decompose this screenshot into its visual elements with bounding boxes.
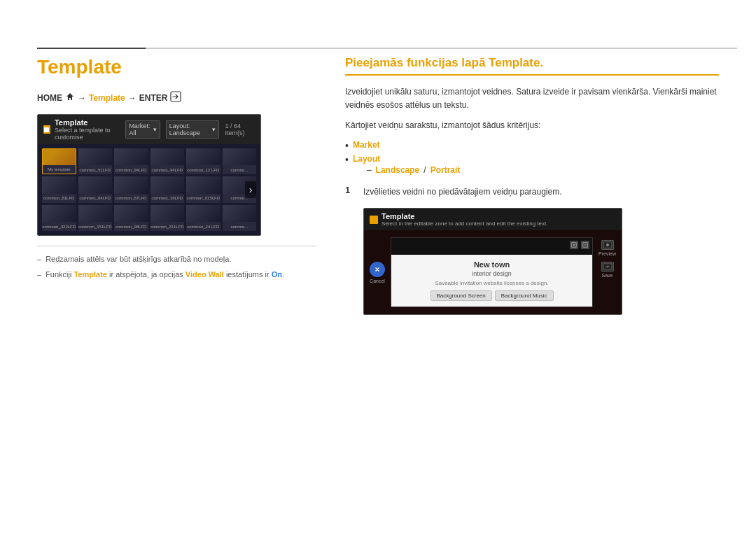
template-ui-subtitle: Select a template to customise (55, 127, 125, 141)
template-large-title-text: Template (382, 212, 548, 220)
background-music-button[interactable]: Background Music (495, 290, 554, 301)
grid-item-13[interactable]: common_151LFD (78, 205, 113, 231)
template-ui-title-area: Template Select a template to customise (43, 118, 125, 141)
grid-preview-14 (114, 205, 148, 222)
step-1: 1 Izvēlieties veidni no piedāvātajiem ve… (345, 185, 719, 198)
grid-label-1: common_51LFD (80, 168, 111, 173)
note-text-final: . (282, 270, 284, 279)
template-ui-controls: Market: All ▾ Layout: Landscape ▾ 1 / 64… (125, 120, 255, 139)
grid-label-7: common_84LFD (80, 196, 111, 201)
preview-icon-2 (581, 241, 589, 249)
content-area: Template HOME → Template → ENTER (0, 56, 756, 315)
layout-chevron: ▾ (212, 126, 216, 133)
bullet-item-market: • Market (345, 140, 719, 152)
grid-item-10[interactable]: common_015LFD (186, 176, 220, 202)
breadcrumb-arrow1: → (78, 93, 86, 103)
note-text-before-2: Funkciji (46, 270, 74, 279)
template-grid-wrapper: My template common_51LFD common_94LFD (38, 144, 260, 235)
grid-item-2[interactable]: common_94LFD (114, 148, 148, 174)
overlay-title: New town (398, 260, 585, 269)
market-label: Market: All (129, 122, 151, 136)
preview-icon (601, 240, 614, 250)
template-icon-small (43, 125, 50, 134)
breadcrumb-arrow2: → (128, 93, 136, 103)
grid-preview-6 (42, 176, 76, 193)
grid-label-13: common_151LFD (78, 225, 112, 230)
left-column: Template HOME → Template → ENTER (37, 56, 317, 315)
grid-item-17[interactable]: commo... (223, 205, 257, 231)
breadcrumb-enter: ENTER (139, 93, 168, 103)
template-icon-inner (44, 127, 49, 132)
grid-preview-1 (78, 148, 113, 165)
grid-item-4[interactable]: common_12 LFD (186, 148, 220, 174)
grid-label-10: common_015LFD (186, 196, 220, 201)
page-title: Template (37, 56, 317, 78)
bullet-layout-group: Layout – Landscape / Portrait (353, 154, 460, 175)
grid-label-9: common_18LFD (152, 196, 183, 201)
bullet-sub-separator: / (424, 165, 426, 175)
grid-preview-12 (42, 205, 76, 222)
grid-nav-arrow[interactable]: › (245, 181, 256, 198)
grid-item-preview-folder (43, 149, 76, 165)
grid-label-14: common_98LFD (115, 225, 146, 230)
grid-item-1[interactable]: common_51LFD (78, 148, 113, 174)
grid-item-16[interactable]: common_24 LFD (186, 205, 220, 231)
grid-label-6: common_81LFD (43, 196, 74, 201)
grid-label-5: commo... (230, 168, 248, 173)
grid-item-6[interactable]: common_81LFD (42, 176, 76, 202)
note-text-1: Redzamais attēls var būt atšķirīgs atkar… (46, 253, 231, 265)
preview-button[interactable]: Preview (598, 240, 616, 256)
save-icon (601, 262, 614, 272)
bullet-sub-dash: – (367, 165, 372, 175)
grid-item-9[interactable]: common_18LFD (150, 176, 185, 202)
grid-label-15: common_211LFD (150, 225, 184, 230)
bullet-sub-landscape: – Landscape / Portrait (367, 165, 460, 175)
overlay-dialog: New town interior design Saveable invita… (391, 255, 592, 307)
grid-label-2: common_94LFD (115, 168, 146, 173)
grid-label-4: common_12 LFD (187, 168, 219, 173)
note-text-middle: ir atspējota, ja opcijas (107, 270, 186, 279)
grid-label-3: common_94LFD (152, 168, 183, 173)
template-large-right-controls: Preview Save (598, 237, 616, 307)
grid-preview-4 (186, 148, 220, 165)
grid-item-7[interactable]: common_84LFD (78, 176, 113, 202)
market-dropdown[interactable]: Market: All ▾ (125, 120, 160, 139)
template-ui-large-body: Cancel (364, 230, 622, 314)
breadcrumb: HOME → Template → ENTER (37, 91, 317, 104)
grid-label-17: commo... (230, 225, 248, 230)
preview-icon-1 (570, 241, 578, 249)
overlay-subtitle: interior design (398, 270, 585, 277)
note-dash-2: – (37, 269, 41, 281)
page-container: Template HOME → Template → ENTER (0, 0, 756, 534)
template-ui-title-group: Template Select a template to customise (55, 118, 125, 141)
grid-item-14[interactable]: common_98LFD (114, 205, 148, 231)
grid-item-12[interactable]: common_322LFD (42, 205, 76, 231)
note-item-1: – Redzamais attēls var būt atšķirīgs atk… (37, 253, 317, 265)
note-dash-1: – (37, 253, 41, 265)
item-count: 1 / 64 Item(s) (225, 122, 255, 136)
grid-item-label-0: My template (48, 167, 71, 172)
template-ui-screenshot-right: Template Select in the editable zone to … (363, 208, 622, 315)
template-ui-screenshot-left: Template Select a template to customise … (37, 114, 261, 236)
bullet-item-layout: • Layout – Landscape / Portrait (345, 154, 719, 175)
grid-item-3[interactable]: common_94LFD (150, 148, 185, 174)
template-ui-title-text: Template (55, 118, 125, 127)
cancel-button[interactable]: Cancel (370, 262, 385, 283)
breadcrumb-template: Template (89, 93, 125, 103)
grid-item-15[interactable]: common_211LFD (150, 205, 185, 231)
note-item-2: – Funkciji Template ir atspējota, ja opc… (37, 269, 317, 281)
cancel-label: Cancel (370, 279, 385, 283)
save-button[interactable]: Save (601, 262, 614, 278)
note-highlight-on: On (272, 270, 282, 279)
bullet-list: • Market • Layout – Landscape / Portrait (345, 140, 719, 176)
top-divider-accent (37, 48, 146, 49)
background-screen-button[interactable]: Background Screen (430, 290, 492, 301)
grid-item-my-template[interactable]: My template (42, 148, 76, 174)
bullet-sub-portrait-text: Portrait (430, 165, 461, 175)
layout-dropdown[interactable]: Layout: Landscape ▾ (166, 120, 220, 139)
grid-item-5[interactable]: commo... (223, 148, 257, 174)
preview-top-icons (570, 241, 589, 249)
grid-item-8[interactable]: common_87LFD (114, 176, 148, 202)
right-description-2: Kārtojiet veidņu sarakstu, izmantojot šā… (345, 119, 719, 132)
template-large-title-group: Template Select in the editable zone to … (382, 212, 548, 227)
